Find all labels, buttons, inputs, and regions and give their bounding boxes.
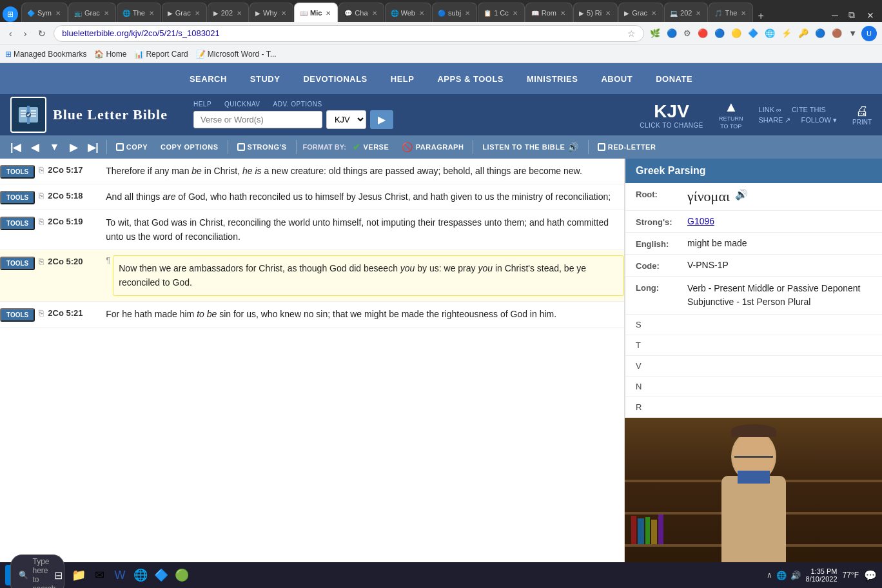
ext-icon-12[interactable]: 🟤 [830,27,844,39]
copy-icon-v21[interactable]: ⎘ [39,308,44,318]
go-button[interactable]: ▶ [370,110,393,129]
copy-icon-v19[interactable]: ⎘ [39,217,44,226]
copy-icon-v17[interactable]: ⎘ [39,165,44,175]
bookmark-star[interactable]: ☆ [627,28,636,39]
ext-icon-8[interactable]: 🌐 [763,27,777,39]
link-btn[interactable]: LINK ∞ [759,106,781,113]
nav-about[interactable]: ABOUT [589,63,644,94]
nav-apps-tools[interactable]: APPS & TOOLS [426,63,515,94]
taskbar-network-icon[interactable]: 🌐 [776,571,787,580]
taskbar-explorer[interactable]: 📁 [70,566,88,584]
bookmark-report[interactable]: 📊 Report Card [134,50,188,59]
tab-grac1[interactable]: 📺Grac✕ [68,3,116,22]
back-button[interactable]: ‹ [5,26,16,41]
ext-icon-10[interactable]: 🔑 [796,27,810,39]
taskbar-edge[interactable]: 🔷 [152,566,170,584]
tab-202[interactable]: ▶202✕ [208,3,249,22]
ext-icon-4[interactable]: 🔴 [696,27,710,39]
strongs-button[interactable]: STRONG'S [231,141,293,153]
nav-last-btn[interactable]: ▶| [83,139,103,156]
tab-mic[interactable]: 📖Mic✕ [294,3,338,22]
copy-icon-v20[interactable]: ⎘ [39,257,44,266]
tools-button-v17[interactable]: TOOLS [0,165,35,179]
tab-why[interactable]: ▶Why✕ [250,3,293,22]
kjv-block[interactable]: KJV CLICK TO CHANGE [640,101,703,129]
ext-icon-3[interactable]: ⚙ [681,27,693,39]
return-to-top[interactable]: ▲ RETURNTO TOP [719,99,743,130]
tab-the[interactable]: 🌐The✕ [117,3,161,22]
red-letter-button[interactable]: RED-LETTER [591,141,663,153]
tools-button-v21[interactable]: TOOLS [0,308,35,322]
address-bar[interactable]: blueletterbible.org/kjv/2co/5/21/s_10830… [54,25,644,42]
ext-icon-5[interactable]: 🔵 [712,27,727,39]
tools-button-v18[interactable]: TOOLS [0,191,35,204]
taskbar-volume-icon[interactable]: 🔊 [790,571,801,580]
tab-5ri[interactable]: ▶5) Ri✕ [573,3,618,22]
tab-202b[interactable]: 💻202✕ [664,3,708,22]
tools-button-v20[interactable]: TOOLS [0,257,35,270]
taskbar-notification-icon[interactable]: 💬 [864,569,877,582]
ext-icon-11[interactable]: 🔵 [813,27,827,39]
maximize-btn[interactable]: ⧉ [845,8,859,22]
ext-icon-2[interactable]: 🔵 [665,27,679,39]
reload-button[interactable]: ↻ [34,26,50,41]
tab-rom[interactable]: 📖Rom✕ [525,3,573,22]
nav-next-btn[interactable]: ▶ [64,139,83,156]
taskbar-search[interactable]: 🔍 Type here to search [28,566,46,584]
taskbar-task-view[interactable]: ⊟ [49,566,67,584]
follow-btn[interactable]: FOLLOW ▾ [801,116,837,124]
taskbar-mail[interactable]: ✉ [90,566,108,584]
close-btn[interactable]: ✕ [861,9,879,22]
nav-first-btn[interactable]: |◀ [5,139,26,156]
cite-btn[interactable]: CITE THIS [792,106,826,113]
site-logo[interactable]: Blue Letter Bible [10,97,168,133]
audio-icon[interactable]: 🔊 [735,188,748,201]
tools-button-v19[interactable]: TOOLS [0,217,35,230]
nav-prev-btn[interactable]: ◀ [26,139,44,156]
listen-button[interactable]: LISTEN TO THE BIBLE 🔊 [476,139,585,155]
tab-grac2[interactable]: ▶Grac✕ [162,3,207,22]
tab-grac3[interactable]: ▶Grac✕ [618,3,663,22]
ext-icon-6[interactable]: 🟡 [729,27,743,39]
strongs-field-value[interactable]: G1096 [687,216,714,226]
minimize-btn[interactable]: ─ [828,9,842,22]
tab-cha[interactable]: 💬Cha✕ [338,3,384,22]
bookmark-home[interactable]: 🏠 Home [94,50,126,59]
forward-button[interactable]: › [20,26,31,41]
profile-icon[interactable]: U [861,26,877,41]
ext-icon-9[interactable]: ⚡ [779,27,794,39]
taskbar-app6[interactable]: 🟢 [173,566,191,584]
verse-format-button[interactable]: ✔ VERSE [346,139,395,155]
share-btn[interactable]: SHARE ↗ [759,116,791,124]
nav-study[interactable]: STUDY [239,63,292,94]
taskbar-time-display[interactable]: 1:35 PM 8/10/2022 [806,567,838,583]
version-select[interactable]: KJV [326,110,366,129]
taskbar-chrome[interactable]: 🌐 [132,566,150,584]
ext-icon-7[interactable]: 🔷 [746,27,760,39]
taskbar-up-arrow[interactable]: ∧ [767,571,772,580]
taskbar-word[interactable]: W [111,566,129,584]
copy-options-button[interactable]: COPY OPTIONS [154,141,225,153]
nav-down-btn[interactable]: ▼ [44,139,64,155]
tab-the2[interactable]: 🎵The✕ [709,3,753,22]
nav-devotionals[interactable]: DEVOTIONALS [291,63,378,94]
paragraph-format-button[interactable]: 🚫 PARAGRAPH [395,139,470,155]
ext-icon-13[interactable]: ▼ [847,27,859,39]
nav-donate[interactable]: DONATE [644,63,704,94]
tab-subj[interactable]: 🔵subj✕ [432,3,477,22]
verse-search-input[interactable] [193,111,322,128]
copy-icon-v18[interactable]: ⎘ [39,191,44,201]
print-btn[interactable]: 🖨 PRINT [852,104,872,126]
copy-button[interactable]: COPY [110,141,154,153]
tab-web[interactable]: 🌐Web✕ [385,3,431,22]
bookmark-managed[interactable]: ⊞ Managed Bookmarks [5,50,86,59]
windows-start-top[interactable]: ⊞ [3,6,18,22]
nav-ministries[interactable]: MINISTRIES [515,63,589,94]
nav-help[interactable]: HELP [379,63,426,94]
new-tab-button[interactable]: + [754,10,767,22]
ext-icon-1[interactable]: 🌿 [648,27,662,39]
tab-1cc[interactable]: 📋1 Cc✕ [478,3,525,22]
nav-search[interactable]: SEARCH [178,63,239,94]
tab-sym[interactable]: 🔷Sym✕ [21,3,68,22]
bookmark-word[interactable]: 📝 Microsoft Word - T... [196,50,277,59]
